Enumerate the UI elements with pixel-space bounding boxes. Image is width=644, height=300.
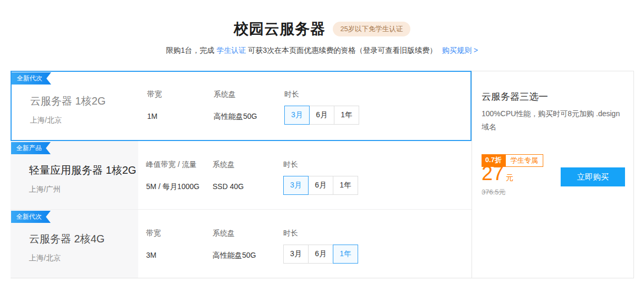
duration-option-6m[interactable]: 6月 (309, 106, 334, 125)
student-verify-link[interactable]: 学生认证 (216, 46, 246, 54)
spec-label: 时长 (284, 90, 359, 99)
duration-option-6m[interactable]: 6月 (308, 176, 333, 195)
spec-label: 峰值带宽 / 流量 (146, 160, 199, 170)
spec-bandwidth: 带宽 3M (146, 229, 161, 259)
duration-option-1y[interactable]: 1年 (333, 176, 358, 195)
duration-option-3m[interactable]: 3月 (283, 245, 309, 264)
age-exempt-badge: 25岁以下免学生认证 (333, 22, 410, 36)
plan-region: 上海/北京 (30, 116, 105, 125)
spec-value: 高性能盘50G (214, 112, 257, 121)
spec-label: 系统盘 (214, 90, 257, 99)
price-unit: 元 (506, 173, 513, 182)
plan-list: 全新代次 云服务器 1核2G 上海/北京 带宽 1M 系统盘 高性能盘50G 时… (11, 71, 472, 278)
plan-title: 云服务器 2核4G (29, 232, 104, 246)
spec-label: 系统盘 (213, 160, 244, 170)
plan-ribbon-badge: 全新产品 (11, 142, 51, 154)
plan-head: 轻量应用服务器 1核2G 上海/广州 (29, 163, 136, 194)
spec-label: 时长 (283, 160, 358, 170)
duration-option-1y[interactable]: 1年 (333, 245, 358, 264)
duration-option-6m[interactable]: 6月 (308, 245, 333, 264)
price-number: 27 (482, 162, 504, 184)
page-header: 校园云服务器 25岁以下免学生认证 (0, 19, 644, 39)
spec-value: 1M (147, 112, 162, 120)
plan-title: 轻量应用服务器 1核2G (29, 163, 136, 177)
duration-option-3m[interactable]: 3月 (283, 176, 309, 195)
spec-bandwidth: 峰值带宽 / 流量 5M / 每月1000G (146, 160, 199, 192)
plan-head: 云服务器 2核4G 上海/北京 (29, 232, 104, 263)
server-selector: 全新代次 云服务器 1核2G 上海/北京 带宽 1M 系统盘 高性能盘50G 时… (11, 71, 634, 278)
spec-duration: 时长 3月 6月 1年 (284, 90, 359, 125)
plan-row-cvm-1c2g[interactable]: 全新代次 云服务器 1核2G 上海/北京 带宽 1M 系统盘 高性能盘50G 时… (11, 71, 472, 141)
spec-duration: 时长 3月 6月 1年 (283, 160, 358, 195)
spec-disk: 系统盘 高性能盘50G (213, 229, 256, 260)
duration-selector: 3月 6月 1年 (283, 245, 358, 264)
plan-row-cvm-2c4g[interactable]: 全新代次 云服务器 2核4G 上海/北京 带宽 3M 系统盘 高性能盘50G 时… (11, 210, 472, 278)
duration-option-1y[interactable]: 1年 (334, 106, 359, 125)
plan-ribbon-badge: 全新代次 (11, 211, 51, 223)
spec-label: 系统盘 (213, 229, 256, 238)
plan-title: 云服务器 1核2G (30, 94, 105, 108)
plan-row-lighthouse-1c2g[interactable]: 全新产品 轻量应用服务器 1核2G 上海/广州 峰值带宽 / 流量 5M / 每… (11, 141, 472, 210)
spec-label: 时长 (283, 229, 358, 238)
spec-value: 5M / 每月1000G (146, 182, 199, 192)
original-price: 376.5元 (482, 188, 506, 197)
spec-value: 高性能盘50G (213, 251, 256, 260)
summary-description: 100%CPU性能，购买时可8元加购 .design 域名 (482, 107, 626, 134)
spec-bandwidth: 带宽 1M (147, 90, 162, 120)
spec-duration: 时长 3月 6月 1年 (283, 229, 358, 264)
spec-value: SSD 40G (213, 182, 244, 191)
spec-label: 带宽 (146, 229, 161, 238)
duration-selector: 3月 6月 1年 (284, 106, 359, 125)
plan-ribbon-badge: 全新代次 (12, 72, 51, 85)
plan-head: 云服务器 1核2G 上海/北京 (30, 94, 105, 125)
plan-region: 上海/广州 (29, 185, 136, 194)
spec-disk: 系统盘 高性能盘50G (214, 90, 257, 121)
duration-option-3m[interactable]: 3月 (284, 106, 310, 125)
purchase-rules-link[interactable]: 购买规则 > (442, 46, 478, 54)
duration-selector: 3月 6月 1年 (283, 176, 358, 195)
spec-label: 带宽 (147, 90, 162, 99)
order-summary-panel: 云服务器三选一 100%CPU性能，购买时可8元加购 .design 域名 0.… (472, 71, 634, 278)
page-title: 校园云服务器 (234, 19, 325, 39)
subtitle-text-1: 限购1台，完成 (166, 46, 217, 54)
subtitle-text-2: 可获3次在本页面优惠续费的资格（登录可查看旧版续费） (246, 46, 437, 54)
summary-title: 云服务器三选一 (482, 90, 548, 103)
spec-value: 3M (146, 251, 161, 259)
subtitle: 限购1台，完成 学生认证 可获3次在本页面优惠续费的资格（登录可查看旧版续费）购… (0, 46, 644, 55)
plan-region: 上海/北京 (29, 254, 104, 263)
current-price: 27元 (482, 162, 513, 185)
spec-disk: 系统盘 SSD 40G (213, 160, 244, 191)
buy-now-button[interactable]: 立即购买 (561, 167, 625, 186)
